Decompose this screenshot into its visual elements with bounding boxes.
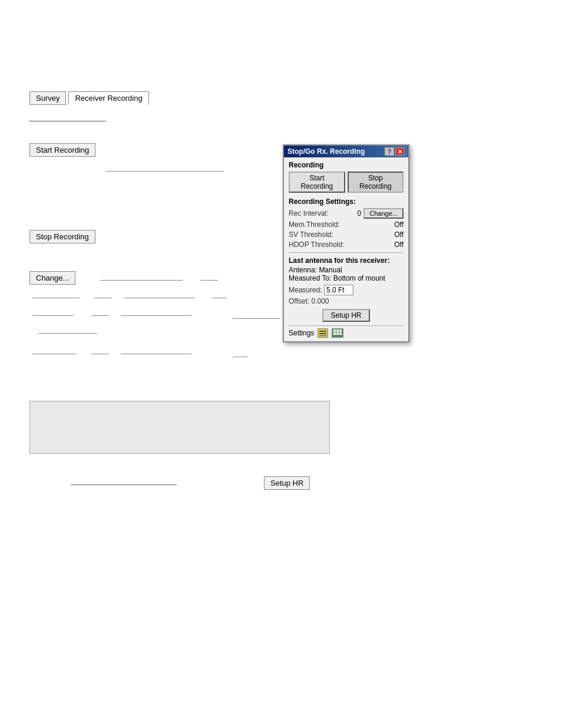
- svg-rect-7: [336, 332, 339, 335]
- svg-rect-4: [336, 330, 339, 332]
- dialog-footer: Settings: [289, 325, 404, 338]
- dialog-recording-label: Recording: [289, 161, 404, 169]
- line-14: [91, 354, 109, 354]
- setup-hr-underline: [71, 485, 177, 485]
- dialog-antenna-measured-to: Measured To: Bottom of mount: [289, 274, 404, 282]
- tab-survey[interactable]: Survey: [29, 91, 66, 105]
- tab-bar: Survey Receiver Recording: [29, 91, 149, 105]
- dialog-rec-interval-value: 0: [358, 209, 362, 218]
- dialog-title: Stop/Go Rx. Recording: [287, 147, 365, 156]
- line-11: [233, 318, 280, 319]
- dialog-rec-interval-label: Rec Interval:: [289, 209, 328, 218]
- line-9: [91, 315, 109, 316]
- tab-underline: [29, 121, 106, 121]
- line-1: [106, 171, 224, 172]
- tab-receiver-recording[interactable]: Receiver Recording: [68, 91, 148, 105]
- dialog-rec-interval-row: Rec Interval: 0 Change...: [289, 208, 404, 219]
- line-6: [124, 298, 194, 298]
- svg-rect-1: [319, 333, 326, 334]
- dialog-start-recording-button[interactable]: Start Recording: [289, 172, 345, 193]
- dialog-setup-hr-button[interactable]: Setup HR: [322, 309, 369, 322]
- dialog-sv-threshold-label: SV Threshold:: [289, 230, 333, 239]
- dialog-antenna-section: Last antenna for this receiver: Antenna:…: [289, 256, 404, 282]
- dialog-title-icons: ? ✕: [385, 147, 405, 156]
- line-16: [233, 357, 247, 357]
- dialog-sv-threshold-value: Off: [394, 230, 404, 239]
- line-7: [212, 298, 227, 298]
- svg-rect-6: [333, 332, 336, 335]
- svg-rect-5: [339, 330, 342, 332]
- line-4: [32, 298, 80, 298]
- line-10: [121, 315, 191, 316]
- dialog-hdop-threshold-value: Off: [394, 241, 404, 249]
- stop-go-recording-dialog: Stop/Go Rx. Recording ? ✕ Recording Star…: [283, 144, 409, 342]
- dialog-divider: [289, 252, 404, 253]
- dialog-mem-threshold-label: Mem.Threshold:: [289, 220, 340, 229]
- dialog-grid-icon[interactable]: [332, 328, 343, 338]
- dialog-mem-threshold-value: Off: [394, 220, 404, 229]
- dialog-measured-label: Measured:: [289, 286, 324, 294]
- svg-rect-8: [339, 332, 342, 335]
- dialog-close-icon[interactable]: ✕: [395, 147, 405, 156]
- dialog-antenna-title: Last antenna for this receiver:: [289, 256, 404, 265]
- dialog-mem-threshold-row: Mem.Threshold: Off: [289, 220, 404, 229]
- stop-recording-button[interactable]: Stop Recording: [29, 230, 95, 243]
- dialog-change-button[interactable]: Change...: [363, 208, 404, 219]
- dialog-titlebar: Stop/Go Rx. Recording ? ✕: [284, 146, 408, 157]
- dialog-settings-text: Settings: [289, 329, 314, 337]
- dialog-offset-row: Offset: 0.000: [289, 297, 404, 305]
- line-5: [94, 298, 112, 298]
- dialog-antenna-name: Antenna: Manual: [289, 266, 404, 274]
- line-12: [38, 333, 97, 334]
- start-recording-button[interactable]: Start Recording: [29, 143, 95, 157]
- line-2: [100, 280, 183, 281]
- line-13: [32, 354, 77, 354]
- dialog-sv-threshold-row: SV Threshold: Off: [289, 230, 404, 239]
- dialog-hdop-threshold-label: HDOP Threshold:: [289, 241, 344, 249]
- line-8: [32, 315, 74, 316]
- line-3: [200, 280, 218, 281]
- svg-rect-0: [319, 331, 326, 332]
- svg-rect-2: [319, 335, 326, 336]
- dialog-body: Recording Start Recording Stop Recording…: [284, 157, 408, 341]
- text-area-box: [29, 401, 330, 454]
- svg-rect-3: [333, 330, 336, 332]
- dialog-recording-buttons: Start Recording Stop Recording: [289, 172, 404, 193]
- dialog-measured-row: Measured:: [289, 285, 404, 295]
- dialog-stop-recording-button[interactable]: Stop Recording: [348, 172, 404, 193]
- dialog-settings-icon[interactable]: [318, 328, 328, 338]
- change-button[interactable]: Change...: [29, 271, 75, 285]
- dialog-settings-label: Recording Settings:: [289, 197, 404, 206]
- dialog-measured-input[interactable]: [324, 285, 353, 295]
- dialog-help-icon[interactable]: ?: [385, 147, 394, 156]
- dialog-hdop-threshold-row: HDOP Threshold: Off: [289, 241, 404, 249]
- line-15: [121, 354, 191, 354]
- setup-hr-button-main[interactable]: Setup HR: [264, 476, 310, 490]
